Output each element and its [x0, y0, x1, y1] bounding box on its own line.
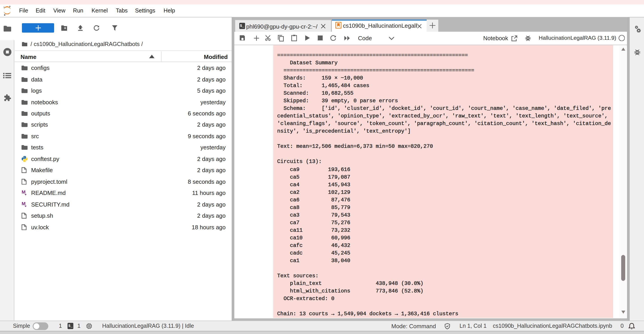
svg-text:M: M — [22, 190, 26, 194]
svg-text:M: M — [22, 201, 26, 206]
